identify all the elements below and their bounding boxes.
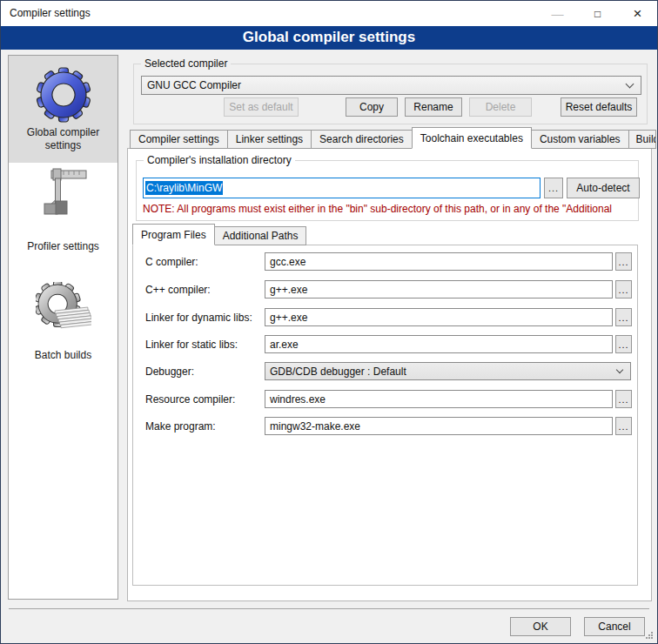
maximize-icon: □ [594, 8, 601, 20]
subtab-additional-paths[interactable]: Additional Paths [214, 226, 307, 245]
settings-tab-bar: Compiler settings Linker settings Search… [130, 127, 658, 149]
resource-compiler-label: Resource compiler: [145, 390, 262, 408]
tab-toolchain-executables[interactable]: Toolchain executables [412, 127, 532, 149]
window-title: Compiler settings [10, 7, 91, 19]
tab-linker-settings[interactable]: Linker settings [227, 130, 312, 149]
delete-button[interactable]: Delete [469, 97, 532, 117]
minimize-icon: — [552, 7, 564, 21]
resize-grip[interactable] [645, 631, 654, 640]
program-files-tab-bar: Program Files Additional Paths [132, 223, 306, 245]
make-program-browse-button[interactable]: ... [615, 417, 632, 435]
tab-build-options[interactable]: Build options [628, 130, 656, 149]
linker-dynamic-browse-button[interactable]: ... [615, 308, 632, 326]
close-icon: × [634, 5, 642, 23]
cpp-compiler-label: C++ compiler: [145, 280, 262, 299]
browse-directory-button[interactable]: ... [544, 178, 563, 198]
program-files-panel: C compiler: gcc.exe ... C++ compiler: g+… [132, 245, 638, 586]
footer-divider [9, 608, 649, 609]
installation-directory-input[interactable]: C:\raylib\MinGW [143, 178, 540, 198]
settings-category-list: Global compiler settings Profiler settin… [8, 55, 118, 600]
make-program-input[interactable]: mingw32-make.exe [265, 417, 613, 435]
debugger-select[interactable]: GDB/CDB debugger : Default [265, 362, 631, 380]
subtab-program-files[interactable]: Program Files [132, 224, 215, 245]
compiler-settings-window: Compiler settings — □ × Global compiler … [0, 0, 658, 644]
cpp-compiler-input[interactable]: g++.exe [265, 280, 613, 299]
sidebar-item-label: Global compiler settings [9, 126, 118, 152]
resource-compiler-input[interactable]: windres.exe [265, 390, 613, 408]
debugger-label: Debugger: [145, 362, 262, 380]
sidebar-item-label: Batch builds [30, 349, 97, 362]
c-compiler-input[interactable]: gcc.exe [265, 252, 613, 271]
tab-custom-variables[interactable]: Custom variables [531, 130, 629, 149]
set-as-default-button[interactable]: Set as default [224, 97, 299, 117]
linker-static-input[interactable]: ar.exe [265, 335, 613, 353]
selected-path-text: C:\raylib\MinGW [145, 181, 223, 195]
debugger-select-value: GDB/CDB debugger : Default [270, 366, 406, 378]
reset-defaults-button[interactable]: Reset defaults [561, 97, 637, 117]
title-bar: Compiler settings — □ × [1, 1, 657, 26]
linker-dynamic-input[interactable]: g++.exe [265, 308, 613, 326]
bin-subdirectory-note: NOTE: All programs must exist either in … [143, 203, 641, 215]
copy-button[interactable]: Copy [346, 97, 398, 117]
cancel-button[interactable]: Cancel [584, 617, 645, 636]
tab-search-directories[interactable]: Search directories [311, 130, 413, 149]
auto-detect-button[interactable]: Auto-detect [567, 178, 640, 198]
ok-button[interactable]: OK [510, 617, 571, 636]
caliper-icon [36, 165, 91, 221]
sidebar-item-profiler-settings[interactable]: Profiler settings [9, 163, 118, 278]
maximize-button[interactable]: □ [578, 1, 617, 26]
rename-button[interactable]: Rename [405, 97, 462, 117]
close-button[interactable]: × [618, 1, 657, 26]
batch-builds-icon [36, 282, 91, 338]
compiler-select-value: GNU GCC Compiler [147, 79, 241, 91]
blue-gear-icon [36, 67, 91, 123]
sidebar-item-label: Profiler settings [22, 240, 104, 253]
group-legend: Compiler's installation directory [144, 154, 295, 166]
resource-compiler-browse-button[interactable]: ... [615, 390, 632, 408]
chevron-down-icon [616, 366, 623, 372]
group-legend: Selected compiler [141, 57, 231, 70]
c-compiler-label: C compiler: [145, 252, 262, 271]
sidebar-item-global-compiler-settings[interactable]: Global compiler settings [9, 56, 118, 163]
compiler-select[interactable]: GNU GCC Compiler [141, 76, 641, 95]
make-program-label: Make program: [145, 417, 262, 435]
selected-compiler-group: Selected compiler GNU GCC Compiler Set a… [133, 64, 648, 124]
minimize-button[interactable]: — [538, 1, 577, 26]
tab-compiler-settings[interactable]: Compiler settings [130, 130, 228, 149]
chevron-down-icon [626, 80, 634, 89]
linker-static-label: Linker for static libs: [145, 335, 262, 353]
linker-static-browse-button[interactable]: ... [615, 335, 632, 353]
linker-dynamic-label: Linker for dynamic libs: [145, 308, 262, 326]
c-compiler-browse-button[interactable]: ... [615, 252, 632, 271]
sidebar-item-batch-builds[interactable]: Batch builds [9, 278, 118, 400]
page-title: Global compiler settings [1, 26, 657, 50]
cpp-compiler-browse-button[interactable]: ... [615, 280, 632, 299]
